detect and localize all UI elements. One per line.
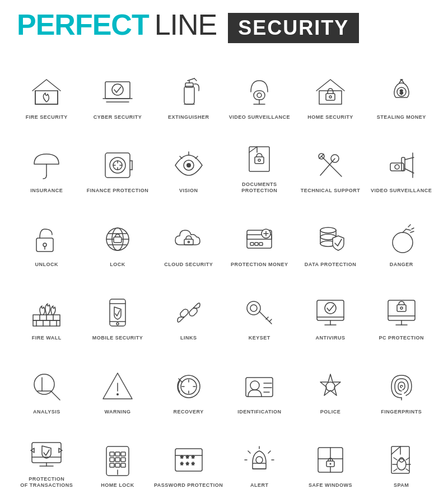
antivirus-label: ANTIVIRUS (315, 335, 345, 342)
svg-line-84 (406, 229, 410, 230)
home-lock-label: HOME LOCK (101, 482, 134, 489)
icon-cell-password-protection: * * * * * * PASSWORD PROTECTION (153, 420, 224, 494)
svg-line-179 (394, 458, 397, 460)
svg-line-105 (259, 311, 272, 324)
svg-rect-150 (115, 458, 120, 462)
svg-line-107 (269, 319, 272, 322)
mobile-security-label: MOBILE SECURITY (92, 335, 143, 342)
insurance-label: INSURANCE (30, 188, 63, 194)
password-protection-label: PASSWORD PROTECTION (154, 482, 223, 489)
fire-wall-icon (27, 293, 66, 332)
icon-cell-extinguisher: EXTINGUISHER (153, 52, 224, 125)
links-icon (169, 293, 208, 332)
svg-point-52 (395, 165, 399, 169)
vision-label: VISION (179, 188, 198, 194)
svg-line-169 (268, 451, 270, 453)
cyber-security-label: CYBER SECURITY (94, 114, 142, 121)
header: PERFECT LINE SECURITY (0, 0, 448, 49)
svg-line-24 (402, 80, 404, 83)
svg-rect-69 (250, 243, 254, 245)
svg-rect-14 (254, 91, 265, 100)
svg-rect-151 (121, 458, 125, 462)
svg-line-12 (194, 78, 197, 81)
icon-cell-stealing-money: $ STEALING MONEY (366, 52, 437, 125)
protection-transactions-icon (27, 434, 66, 473)
recovery-label: RECOVERY (174, 409, 204, 416)
icon-cell-fingerprints: FINGERPRINTS (366, 346, 437, 420)
icon-cell-technical-support: TECHNICAL SUPPORT (295, 125, 366, 199)
title-perfect: PERFECT (17, 10, 149, 39)
main-container: PERFECT LINE SECURITY FIRE SECURIT (0, 0, 448, 498)
police-label: POLICE (320, 409, 341, 416)
icon-cell-video-surveillance-2: VIDEO SURVEILLANCE (366, 125, 437, 199)
svg-rect-148 (121, 452, 125, 456)
fingerprints-label: FINGERPRINTS (381, 409, 422, 416)
svg-rect-43 (255, 157, 264, 164)
icon-cell-alert: ALERT (224, 420, 295, 494)
fingerprints-icon (382, 367, 421, 406)
antivirus-icon (311, 293, 350, 332)
svg-rect-164 (253, 463, 266, 469)
technical-support-label: TECHNICAL SUPPORT (301, 188, 360, 194)
svg-point-185 (399, 458, 404, 462)
svg-point-15 (257, 93, 262, 97)
icon-cell-police: POLICE (295, 346, 366, 420)
icon-cell-analysis: ANALYSIS (11, 346, 82, 420)
svg-point-103 (247, 301, 260, 315)
svg-point-134 (250, 381, 259, 390)
danger-icon (382, 220, 421, 259)
svg-point-110 (325, 302, 336, 314)
svg-line-11 (188, 78, 194, 81)
video-surveillance-1-label: VIDEO SURVEILLANCE (229, 114, 290, 121)
stealing-money-label: STEALING MONEY (377, 114, 426, 121)
svg-rect-89 (33, 320, 60, 326)
svg-rect-27 (105, 153, 130, 178)
svg-point-28 (110, 157, 125, 173)
icon-cell-cloud-security: CLOUD SECURITY (153, 199, 224, 273)
pc-protection-icon (382, 293, 421, 332)
svg-point-125 (116, 393, 119, 395)
police-icon (311, 367, 350, 406)
icon-cell-cyber-security: CYBER SECURITY (82, 52, 153, 125)
keyset-label: KEYSET (249, 335, 270, 342)
svg-point-100 (116, 323, 119, 325)
icon-cell-danger: DANGER (366, 199, 437, 273)
svg-point-118 (400, 307, 403, 309)
svg-rect-65 (184, 239, 193, 245)
mobile-security-icon (98, 293, 137, 332)
analysis-icon (27, 367, 66, 406)
svg-point-165 (256, 457, 263, 463)
svg-point-7 (112, 84, 123, 95)
protection-transactions-label: PROTECTIONOF TRANSACTIONS (20, 476, 73, 489)
video-surveillance-2-label: VIDEO SURVEILLANCE (371, 188, 432, 194)
fire-security-label: FIRE SECURITY (26, 114, 68, 121)
svg-rect-152 (110, 463, 114, 467)
vision-icon (169, 146, 208, 185)
svg-line-182 (406, 458, 409, 460)
safe-windows-icon (311, 440, 350, 480)
svg-point-75 (320, 227, 336, 233)
svg-point-104 (250, 305, 257, 311)
icons-grid: FIRE SECURITY CYBER SECURITY (0, 49, 448, 496)
finance-protection-icon (98, 146, 137, 185)
svg-point-82 (393, 232, 413, 253)
video-surveillance-2-icon (382, 146, 421, 185)
spam-label: SPAM (394, 482, 409, 489)
svg-rect-147 (115, 452, 120, 456)
icon-cell-spam: SPAM (366, 420, 437, 494)
svg-point-178 (397, 459, 406, 470)
svg-point-38 (186, 163, 191, 167)
cloud-security-label: CLOUD SECURITY (164, 262, 213, 268)
svg-rect-9 (185, 83, 193, 87)
svg-rect-113 (388, 300, 415, 320)
svg-line-85 (408, 225, 410, 227)
svg-rect-71 (259, 243, 263, 245)
icon-cell-antivirus: ANTIVIRUS (295, 273, 366, 347)
icon-cell-warning: WARNING (82, 346, 153, 420)
title-security-box: SECURITY (228, 13, 359, 43)
technical-support-icon (311, 146, 350, 185)
svg-rect-154 (121, 463, 125, 467)
svg-line-23 (399, 80, 402, 83)
svg-rect-153 (115, 463, 120, 467)
icon-cell-video-surveillance-1: VIDEO SURVEILLANCE (224, 52, 295, 125)
